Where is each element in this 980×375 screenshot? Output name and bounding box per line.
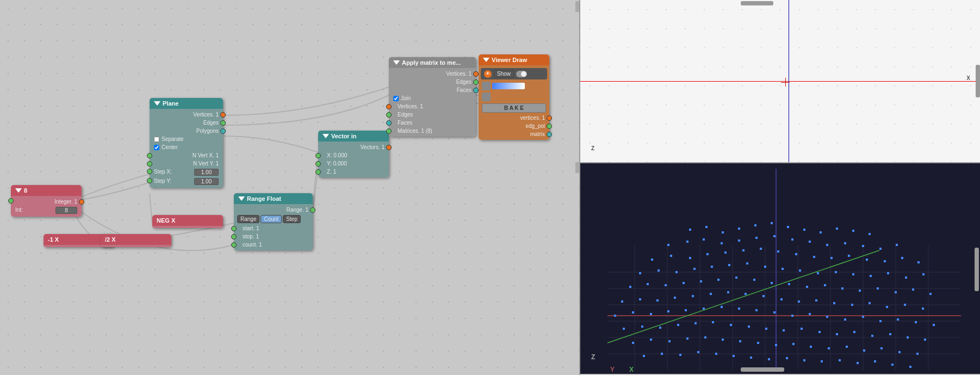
- svg-rect-125: [809, 313, 811, 315]
- 3d-scroll-h[interactable]: [741, 367, 784, 372]
- socket-stepy-in[interactable]: [147, 178, 152, 183]
- socket-apply-edges-out[interactable]: [473, 79, 479, 85]
- node-neg-x[interactable]: NEG X: [152, 215, 223, 228]
- apply-join-check[interactable]: [393, 96, 399, 101]
- range-btn-count[interactable]: Count: [260, 215, 282, 223]
- svg-rect-162: [828, 347, 830, 349]
- viewport-3d[interactable]: Z X Y: [580, 163, 980, 374]
- socket-apply-matrices-in[interactable]: [386, 128, 392, 134]
- svg-rect-136: [677, 324, 679, 326]
- socket-plane-polygons-out[interactable]: [220, 128, 226, 134]
- svg-rect-42: [862, 245, 864, 247]
- node-vector-in-title: Vector in: [331, 133, 356, 139]
- socket-nverty-in[interactable]: [147, 161, 152, 167]
- range-btn-range[interactable]: Range: [237, 215, 259, 223]
- viewer-show-row: 👁 Show: [481, 68, 547, 79]
- svg-rect-178: [821, 360, 823, 362]
- panel-collapse-handle[interactable]: [575, 1, 579, 12]
- plane-stepx-input[interactable]: [194, 169, 219, 176]
- show-toggle[interactable]: [516, 71, 527, 77]
- svg-rect-67: [746, 262, 748, 265]
- scroll-handle-h[interactable]: [741, 1, 773, 5]
- range-stop-label: stop. 1: [243, 233, 259, 239]
- socket-count-in[interactable]: [231, 242, 237, 248]
- 3d-scroll-v[interactable]: [975, 248, 979, 291]
- socket-nvertx-in[interactable]: [147, 153, 152, 158]
- range-btn-step[interactable]: Step: [283, 215, 301, 223]
- panel-collapse-handle-2[interactable]: [575, 162, 579, 173]
- svg-rect-123: [773, 311, 776, 313]
- socket-apply-faces-out[interactable]: [473, 88, 479, 93]
- svg-rect-107: [815, 299, 817, 302]
- svg-rect-44: [896, 244, 898, 246]
- socket-viewer-vertices-out[interactable]: [547, 115, 552, 121]
- svg-rect-88: [806, 286, 808, 288]
- socket-plane-edges-out[interactable]: [220, 120, 226, 126]
- node-viewer-draw[interactable]: Viewer Draw 👁 Show B A K E vertices. 1: [479, 54, 549, 140]
- socket-stop-in[interactable]: [231, 234, 237, 239]
- svg-rect-150: [924, 339, 926, 341]
- bake-button[interactable]: B A K E: [482, 103, 546, 113]
- plane-stepy-input[interactable]: [194, 178, 219, 185]
- socket-viewer-edgpol-out[interactable]: [547, 124, 552, 129]
- apply-vertices-out-label: Vertices. 1: [446, 71, 472, 77]
- socket-start-in[interactable]: [231, 226, 237, 231]
- svg-rect-60: [917, 261, 920, 263]
- svg-rect-28: [836, 228, 838, 230]
- viewport-top[interactable]: Z X: [580, 0, 980, 163]
- svg-rect-145: [836, 333, 838, 335]
- plane-nverty-label: N Vert Y. 1: [193, 161, 219, 167]
- node-plane[interactable]: Plane Vertices. 1 Edges Polygons Separat…: [150, 98, 223, 188]
- socket-apply-faces-in[interactable]: [386, 120, 392, 126]
- scroll-handle-v[interactable]: [976, 65, 980, 97]
- svg-rect-58: [884, 260, 886, 262]
- show-button[interactable]: Show: [494, 70, 514, 78]
- socket-int-in[interactable]: [8, 198, 14, 204]
- node-range-float[interactable]: Range Float Range. 1 Range Count Step st…: [234, 193, 313, 250]
- color-stripe[interactable]: [492, 83, 525, 89]
- socket-range-out[interactable]: [310, 207, 315, 213]
- node-div2x[interactable]: /2 X: [101, 234, 171, 247]
- svg-rect-160: [792, 343, 795, 345]
- svg-rect-103: [745, 293, 747, 295]
- svg-rect-167: [916, 353, 919, 355]
- plane-stepy-label: Step Y:: [154, 178, 171, 185]
- socket-apply-edges-in[interactable]: [386, 112, 392, 118]
- plane-center-check[interactable]: [154, 145, 159, 150]
- apply-edges-out-label: Edges: [456, 79, 472, 85]
- socket-z-in[interactable]: [315, 169, 321, 175]
- node-apply-matrix[interactable]: Apply matrix to me... Vertices. 1 Edges …: [389, 57, 476, 137]
- socket-vectors-out[interactable]: [386, 145, 392, 150]
- plane-nvertx-row: N Vert X. 1: [150, 151, 223, 159]
- socket-apply-vertices-in[interactable]: [386, 104, 392, 109]
- svg-rect-75: [887, 272, 889, 274]
- socket-stepx-in[interactable]: [147, 169, 152, 174]
- int-input[interactable]: [55, 207, 77, 214]
- viewer-icon-row: [479, 91, 549, 102]
- svg-rect-77: [922, 273, 925, 275]
- apply-edges-out-row: Edges: [389, 78, 476, 86]
- socket-integer-out[interactable]: [79, 199, 84, 205]
- svg-rect-27: [820, 231, 822, 233]
- socket-viewer-matrix-out[interactable]: [547, 132, 552, 137]
- svg-rect-172: [715, 353, 717, 355]
- svg-rect-174: [750, 356, 752, 359]
- svg-rect-110: [869, 302, 871, 304]
- socket-plane-vertices-out[interactable]: [220, 112, 226, 118]
- socket-apply-vertices-out[interactable]: [473, 71, 479, 77]
- plane-vertices-row: Vertices. 1: [150, 110, 223, 119]
- svg-rect-170: [679, 354, 681, 356]
- socket-x-in[interactable]: [315, 153, 321, 158]
- node-8[interactable]: 8 Integer. 1 Int:: [11, 185, 82, 217]
- node-editor[interactable]: 8 Integer. 1 Int: -1 X /2 X: [0, 0, 579, 375]
- node-vector-in[interactable]: Vector in Vectors. 1 X: 0.000 Y: 0.000 Z…: [318, 131, 389, 177]
- socket-y-in[interactable]: [315, 161, 321, 167]
- svg-rect-50: [742, 249, 745, 251]
- svg-rect-175: [768, 358, 770, 360]
- apply-vertices-in-label: Vertices. 1: [398, 103, 423, 109]
- plane-separate-check[interactable]: [154, 137, 159, 142]
- svg-rect-54: [813, 256, 815, 258]
- svg-rect-121: [738, 308, 740, 310]
- svg-rect-141: [765, 328, 767, 330]
- svg-rect-109: [851, 304, 853, 306]
